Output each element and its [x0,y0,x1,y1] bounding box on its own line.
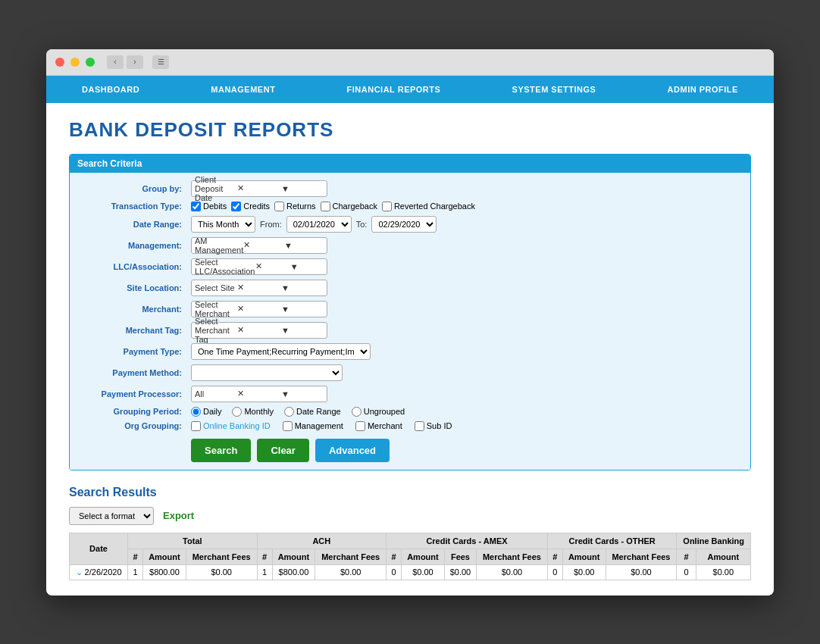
chargeback-checkbox-label[interactable]: Chargeback [321,202,377,211]
payment-processor-row: Payment Processor: All ✕ ▼ [80,386,740,402]
payment-method-select[interactable] [191,364,343,381]
transaction-type-row: Transaction Type: Debits Credits Returns [80,202,740,211]
credits-checkbox-label[interactable]: Credits [231,202,270,211]
browser-nav: ‹ › [107,55,143,69]
reverted-chargeback-checkbox-label[interactable]: Reverted Chargeback [382,202,475,211]
org-management-label[interactable]: Management [283,421,343,431]
minimize-icon[interactable] [70,58,80,67]
transaction-type-label: Transaction Type: [80,202,186,211]
payment-processor-dropdown-icon[interactable]: ▼ [281,389,324,399]
reverted-chargeback-checkbox[interactable] [382,202,392,211]
sidebar-toggle-button[interactable]: ☰ [152,55,169,69]
site-location-field[interactable]: Select Site ✕ ▼ [191,280,327,296]
group-by-clear-icon[interactable]: ✕ [237,183,280,193]
org-subid-text: Sub ID [427,421,452,430]
export-link[interactable]: Export [163,510,194,521]
col-ob-count: # [677,549,696,564]
grouping-daily-radio[interactable] [191,407,201,417]
org-merchant-label[interactable]: Merchant [355,421,402,431]
org-online-banking-label[interactable]: Online Banking ID [191,421,271,431]
org-grouping-label: Org Grouping: [80,421,186,430]
close-icon[interactable] [55,58,64,67]
grouping-ungrouped-radio[interactable] [352,407,361,417]
row-expand-icon[interactable]: ⌄ [76,567,83,577]
payment-method-label: Payment Method: [80,368,186,377]
group-by-dropdown-icon[interactable]: ▼ [281,184,324,193]
group-by-field[interactable]: Client Deposit Date ✕ ▼ [191,180,327,197]
results-controls: Select a format Export [69,507,751,525]
merchant-field[interactable]: Select Merchant ✕ ▼ [191,301,327,317]
management-label: Management: [80,241,186,250]
returns-checkbox-label[interactable]: Returns [274,202,316,211]
row-ach-amount: $800.00 [272,564,315,580]
org-management-checkbox[interactable] [283,421,293,431]
management-clear-icon[interactable]: ✕ [243,240,283,250]
org-online-banking-link[interactable]: Online Banking ID [203,421,271,430]
group-by-row: Group by: Client Deposit Date ✕ ▼ [80,180,740,197]
management-field[interactable]: AM Management ✕ ▼ [191,237,327,254]
date-range-select[interactable]: This Month [191,216,255,233]
debits-checkbox[interactable] [191,202,201,211]
grouping-daterange-label[interactable]: Date Range [284,407,341,417]
col-total-merchant-fees: Merchant Fees [186,549,257,564]
org-merchant-text: Merchant [368,421,402,430]
org-merchant-checkbox[interactable] [355,421,365,431]
grouping-daterange-radio[interactable] [284,407,294,417]
merchant-tag-field[interactable]: Select Merchant Tag ✕ ▼ [191,322,327,339]
results-title: Search Results [69,486,751,499]
advanced-button[interactable]: Advanced [315,439,390,462]
page-title: BANK DEPOSIT REPORTS [69,118,751,142]
clear-button[interactable]: Clear [257,439,309,462]
search-button[interactable]: Search [191,439,251,462]
nav-financial-reports[interactable]: FINANCIAL REPORTS [332,76,456,103]
grouping-monthly-radio[interactable] [232,407,242,417]
merchant-tag-dropdown-icon[interactable]: ▼ [281,326,324,335]
nav-dashboard[interactable]: DASHBOARD [67,76,155,103]
nav-system-settings[interactable]: SYSTEM SETTINGS [497,76,612,103]
grouping-monthly-label[interactable]: Monthly [232,407,274,417]
group-by-value: Client Deposit Date [195,175,237,202]
date-range-label: Date Range: [80,220,186,229]
debits-checkbox-label[interactable]: Debits [191,202,227,211]
org-online-banking-checkbox[interactable] [191,421,201,431]
col-total-header: Total [128,533,258,549]
maximize-icon[interactable] [86,58,95,67]
llc-association-field[interactable]: Select LLC/Association ✕ ▼ [191,258,327,275]
credits-checkbox[interactable] [231,202,241,211]
chargeback-checkbox[interactable] [321,202,330,211]
org-subid-checkbox[interactable] [415,421,424,431]
payment-type-select[interactable]: One Time Payment;Recurring Payment;Im [191,343,371,360]
llc-association-clear-icon[interactable]: ✕ [255,261,289,271]
col-total-amount: Amount [143,549,186,564]
grouping-daily-label[interactable]: Daily [191,407,221,417]
site-location-clear-icon[interactable]: ✕ [237,283,280,292]
returns-checkbox[interactable] [274,202,284,211]
grouping-ungrouped-label[interactable]: Ungrouped [352,407,405,417]
management-row: Management: AM Management ✕ ▼ [80,237,740,254]
format-select[interactable]: Select a format [69,507,154,525]
site-location-dropdown-icon[interactable]: ▼ [281,283,324,292]
nav-admin-profile[interactable]: ADMIN PROFILE [653,76,753,103]
credits-label: Credits [243,202,270,211]
from-date-select[interactable]: 02/01/2020 [286,216,352,233]
group-by-label: Group by: [80,184,186,193]
org-subid-label[interactable]: Sub ID [415,421,452,431]
llc-association-dropdown-icon[interactable]: ▼ [290,262,324,271]
date-range-controls: This Month From: 02/01/2020 To: 02/29/20… [191,216,437,233]
row-ob-count: 0 [677,564,696,580]
payment-processor-clear-icon[interactable]: ✕ [237,389,280,399]
to-date-select[interactable]: 02/29/2020 [371,216,437,233]
table-row: ⌄ 2/26/2020 1 $800.00 $0.00 1 $800.00 $0… [70,564,751,580]
payment-processor-field[interactable]: All ✕ ▼ [191,386,327,402]
forward-button[interactable]: › [127,55,143,69]
col-other-count: # [547,549,562,564]
nav-management[interactable]: MANAGEMENT [196,76,290,103]
chargeback-label: Chargeback [333,202,377,211]
management-dropdown-icon[interactable]: ▼ [284,241,324,250]
llc-association-placeholder: Select LLC/Association [195,258,255,276]
back-button[interactable]: ‹ [107,55,124,69]
merchant-dropdown-icon[interactable]: ▼ [281,305,324,314]
merchant-tag-clear-icon[interactable]: ✕ [237,325,280,335]
merchant-clear-icon[interactable]: ✕ [237,304,280,314]
col-ob-amount: Amount [696,549,750,564]
